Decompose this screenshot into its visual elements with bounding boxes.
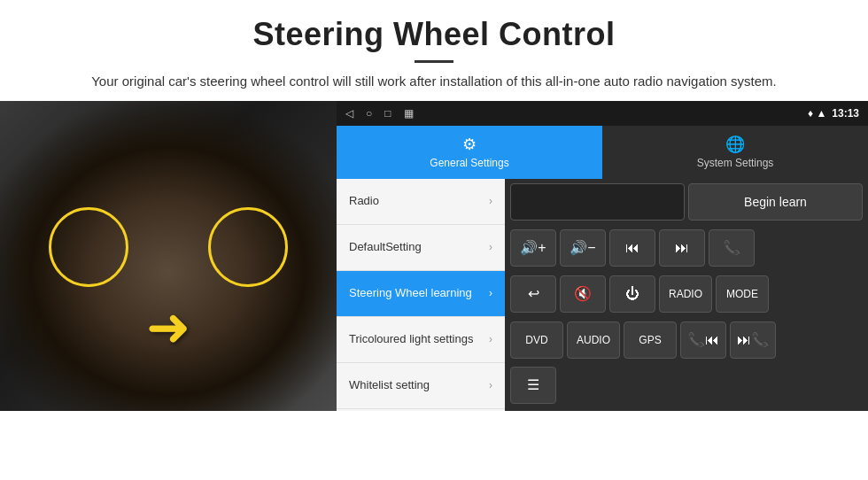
control-row-5: ☰ bbox=[505, 363, 868, 407]
control-row-2: 🔊+ 🔊− ⏮ ⏭ 📞 bbox=[505, 225, 868, 271]
next-track-button[interactable]: ⏭ bbox=[659, 229, 705, 267]
chevron-icon: › bbox=[489, 195, 492, 207]
next-phone-button[interactable]: ⏭📞 bbox=[730, 321, 776, 359]
hangup-icon: ↩ bbox=[528, 285, 539, 302]
time-display: 13:13 bbox=[832, 107, 859, 120]
next-icon: ⏭ bbox=[675, 240, 689, 256]
subtitle: Your original car's steering wheel contr… bbox=[53, 72, 815, 92]
gps-label: GPS bbox=[639, 334, 661, 346]
dvd-button[interactable]: DVD bbox=[510, 321, 563, 359]
dvd-label: DVD bbox=[525, 334, 547, 346]
status-nav-icons: ◁ ○ □ ▦ bbox=[345, 107, 414, 120]
prev-icon: ⏮ bbox=[625, 240, 639, 256]
circle-left-highlight bbox=[49, 207, 128, 287]
menu-icon[interactable]: ▦ bbox=[404, 107, 414, 120]
list-button[interactable]: ☰ bbox=[510, 367, 556, 404]
page-title: Steering Wheel Control bbox=[53, 16, 815, 53]
next-phone-icon: ⏭📞 bbox=[737, 331, 769, 348]
prev-track-button[interactable]: ⏮ bbox=[609, 229, 655, 267]
title-divider bbox=[415, 60, 453, 63]
menu-item-steering-wheel[interactable]: Steering Wheel learning › bbox=[337, 271, 505, 317]
car-image: ➜ bbox=[0, 101, 337, 411]
tab-bar: ⚙ General Settings 🌐 System Settings bbox=[337, 126, 868, 179]
chevron-icon: › bbox=[489, 241, 492, 253]
general-settings-icon: ⚙ bbox=[462, 135, 477, 154]
control-row-3: ↩ 🔇 ⏻ RADIO MODE bbox=[505, 271, 868, 317]
audio-button[interactable]: AUDIO bbox=[567, 321, 620, 359]
hangup-button[interactable]: ↩ bbox=[510, 275, 556, 313]
right-panel: Begin learn 🔊+ 🔊− ⏮ ⏭ bbox=[505, 179, 868, 411]
vol-up-button[interactable]: 🔊+ bbox=[510, 229, 556, 267]
tab-system-label: System Settings bbox=[697, 157, 774, 169]
mode-button[interactable]: MODE bbox=[716, 275, 769, 313]
control-row-4: DVD AUDIO GPS 📞⏮ ⏭📞 bbox=[505, 317, 868, 363]
begin-learn-button[interactable]: Begin learn bbox=[688, 183, 863, 221]
radio-label: RADIO bbox=[669, 288, 702, 300]
radio-button[interactable]: RADIO bbox=[659, 275, 712, 313]
chevron-icon: › bbox=[489, 333, 492, 345]
mute-icon: 🔇 bbox=[574, 285, 592, 302]
left-menu: Radio › DefaultSetting › Steering Wheel … bbox=[337, 179, 505, 411]
phone-prev-icon: 📞⏮ bbox=[687, 331, 719, 348]
status-bar: ◁ ○ □ ▦ ♦ ▲ 13:13 bbox=[337, 101, 868, 126]
content-area: ➜ ◁ ○ □ ▦ ♦ ▲ 13:13 ⚙ General Settings 🌐 bbox=[0, 101, 868, 411]
list-icon: ☰ bbox=[527, 376, 539, 393]
back-icon[interactable]: ◁ bbox=[345, 107, 353, 120]
android-ui: ◁ ○ □ ▦ ♦ ▲ 13:13 ⚙ General Settings 🌐 S… bbox=[337, 101, 868, 411]
signal-icon: ♦ ▲ bbox=[808, 107, 826, 120]
tab-general-label: General Settings bbox=[430, 157, 508, 169]
menu-item-default-setting[interactable]: DefaultSetting › bbox=[337, 225, 505, 271]
phone-prev-button[interactable]: 📞⏮ bbox=[680, 321, 726, 359]
mute-button[interactable]: 🔇 bbox=[560, 275, 606, 313]
tab-general-settings[interactable]: ⚙ General Settings bbox=[337, 126, 602, 179]
audio-label: AUDIO bbox=[577, 334, 610, 346]
power-icon: ⏻ bbox=[625, 286, 639, 302]
main-body: Radio › DefaultSetting › Steering Wheel … bbox=[337, 179, 868, 411]
recents-icon[interactable]: □ bbox=[384, 107, 391, 120]
gps-button[interactable]: GPS bbox=[624, 321, 677, 359]
tab-system-settings[interactable]: 🌐 System Settings bbox=[602, 126, 868, 179]
mode-label: MODE bbox=[726, 288, 758, 300]
power-button[interactable]: ⏻ bbox=[609, 275, 655, 313]
top-section: Steering Wheel Control Your original car… bbox=[0, 0, 868, 101]
status-right: ♦ ▲ 13:13 bbox=[808, 107, 859, 120]
input-field[interactable] bbox=[510, 183, 685, 221]
vol-down-icon: 🔊− bbox=[570, 239, 595, 256]
system-settings-icon: 🌐 bbox=[725, 135, 745, 154]
phone-button[interactable]: 📞 bbox=[709, 229, 755, 267]
vol-up-icon: 🔊+ bbox=[520, 239, 546, 256]
control-row-1: Begin learn bbox=[505, 179, 868, 225]
menu-item-tricoloured[interactable]: Tricoloured light settings › bbox=[337, 317, 505, 363]
circle-right-highlight bbox=[208, 207, 288, 287]
chevron-icon: › bbox=[489, 287, 492, 299]
chevron-icon: › bbox=[489, 379, 492, 391]
menu-item-radio[interactable]: Radio › bbox=[337, 179, 505, 225]
phone-icon: 📞 bbox=[723, 239, 740, 256]
home-icon[interactable]: ○ bbox=[366, 107, 372, 120]
menu-item-whitelist[interactable]: Whitelist setting › bbox=[337, 363, 505, 409]
vol-down-button[interactable]: 🔊− bbox=[560, 229, 606, 267]
arrow-indicator: ➜ bbox=[146, 296, 190, 358]
